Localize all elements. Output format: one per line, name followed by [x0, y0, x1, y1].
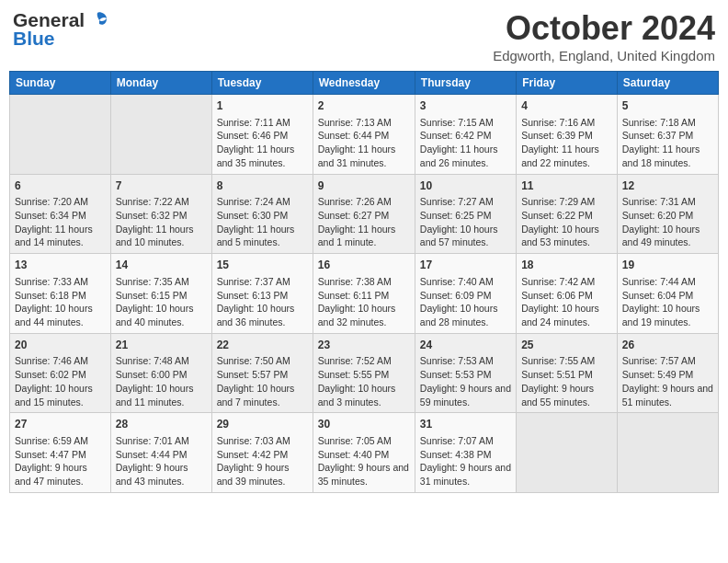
calendar-cell: 9Sunrise: 7:26 AMSunset: 6:27 PMDaylight… [313, 174, 415, 254]
calendar-cell: 18Sunrise: 7:42 AMSunset: 6:06 PMDayligh… [517, 254, 618, 334]
sunrise-text: Sunrise: 7:20 AM [15, 195, 106, 209]
sunrise-text: Sunrise: 7:37 AM [217, 275, 308, 289]
daylight-text: Daylight: 10 hours and 7 minutes. [217, 382, 308, 408]
sunrise-text: Sunrise: 7:40 AM [420, 275, 511, 289]
calendar-table: SundayMondayTuesdayWednesdayThursdayFrid… [9, 71, 719, 493]
day-number: 27 [15, 417, 106, 432]
sunrise-text: Sunrise: 7:16 AM [521, 116, 612, 130]
sunset-text: Sunset: 6:30 PM [217, 209, 308, 223]
calendar-cell [517, 413, 618, 493]
daylight-text: Daylight: 10 hours and 57 minutes. [420, 223, 511, 249]
sunrise-text: Sunrise: 7:42 AM [521, 275, 612, 289]
sunset-text: Sunset: 6:42 PM [420, 129, 511, 143]
daylight-text: Daylight: 9 hours and 59 minutes. [420, 382, 511, 408]
calendar-cell: 12Sunrise: 7:31 AMSunset: 6:20 PMDayligh… [617, 174, 718, 254]
sunrise-text: Sunrise: 7:57 AM [622, 354, 713, 368]
day-number: 31 [420, 417, 511, 432]
sunrise-text: Sunrise: 7:31 AM [622, 195, 713, 209]
calendar-cell: 27Sunrise: 6:59 AMSunset: 4:47 PMDayligh… [10, 413, 111, 493]
sunset-text: Sunset: 4:38 PM [420, 448, 511, 462]
day-number: 11 [521, 178, 612, 194]
sunset-text: Sunset: 5:49 PM [622, 368, 713, 382]
day-number: 28 [116, 417, 207, 432]
daylight-text: Daylight: 10 hours and 3 minutes. [318, 382, 410, 408]
calendar-cell: 24Sunrise: 7:53 AMSunset: 5:53 PMDayligh… [415, 333, 516, 413]
sunrise-text: Sunrise: 7:29 AM [521, 195, 612, 209]
daylight-text: Daylight: 11 hours and 10 minutes. [116, 223, 207, 249]
daylight-text: Daylight: 9 hours and 35 minutes. [318, 461, 410, 488]
sunset-text: Sunset: 6:37 PM [622, 129, 713, 143]
day-number: 22 [217, 338, 308, 353]
day-number: 23 [318, 338, 410, 353]
calendar-cell: 15Sunrise: 7:37 AMSunset: 6:13 PMDayligh… [211, 254, 313, 334]
calendar-cell: 22Sunrise: 7:50 AMSunset: 5:57 PMDayligh… [211, 333, 313, 413]
daylight-text: Daylight: 9 hours and 55 minutes. [521, 382, 612, 408]
sunrise-text: Sunrise: 7:07 AM [420, 434, 511, 448]
calendar-cell: 29Sunrise: 7:03 AMSunset: 4:42 PMDayligh… [211, 413, 313, 493]
day-number: 13 [15, 258, 106, 273]
sunrise-text: Sunrise: 7:35 AM [116, 275, 207, 289]
day-number: 3 [420, 98, 511, 114]
daylight-text: Daylight: 9 hours and 43 minutes. [116, 461, 207, 488]
sunrise-text: Sunrise: 7:44 AM [622, 275, 713, 289]
daylight-text: Daylight: 10 hours and 40 minutes. [116, 302, 207, 328]
day-number: 10 [420, 178, 511, 194]
daylight-text: Daylight: 11 hours and 5 minutes. [217, 223, 308, 249]
daylight-text: Daylight: 10 hours and 53 minutes. [521, 223, 612, 249]
daylight-text: Daylight: 10 hours and 32 minutes. [318, 302, 410, 328]
sunrise-text: Sunrise: 7:52 AM [318, 354, 410, 368]
sunrise-text: Sunrise: 7:05 AM [318, 434, 410, 448]
daylight-text: Daylight: 11 hours and 1 minute. [318, 223, 410, 249]
calendar-cell: 31Sunrise: 7:07 AMSunset: 4:38 PMDayligh… [415, 413, 516, 493]
day-number: 1 [217, 98, 308, 114]
sunrise-text: Sunrise: 7:13 AM [318, 116, 410, 130]
day-number: 15 [217, 258, 308, 273]
sunset-text: Sunset: 4:47 PM [15, 448, 106, 462]
sunrise-text: Sunrise: 7:46 AM [15, 354, 106, 368]
sunset-text: Sunset: 6:39 PM [521, 129, 612, 143]
sunrise-text: Sunrise: 7:15 AM [420, 116, 511, 130]
day-number: 18 [521, 258, 612, 273]
sunset-text: Sunset: 6:27 PM [318, 209, 410, 223]
day-number: 14 [116, 258, 207, 273]
daylight-text: Daylight: 10 hours and 24 minutes. [521, 302, 612, 328]
daylight-text: Daylight: 11 hours and 26 minutes. [420, 143, 511, 169]
calendar-week-row: 13Sunrise: 7:33 AMSunset: 6:18 PMDayligh… [10, 254, 719, 334]
sunset-text: Sunset: 5:55 PM [318, 368, 410, 382]
day-number: 12 [622, 178, 713, 194]
sunset-text: Sunset: 4:44 PM [116, 448, 207, 462]
daylight-text: Daylight: 10 hours and 11 minutes. [116, 382, 207, 408]
calendar-cell: 5Sunrise: 7:18 AMSunset: 6:37 PMDaylight… [617, 95, 718, 175]
day-number: 9 [318, 178, 410, 194]
day-number: 24 [420, 338, 511, 353]
calendar-cell: 25Sunrise: 7:55 AMSunset: 5:51 PMDayligh… [517, 333, 618, 413]
daylight-text: Daylight: 9 hours and 39 minutes. [217, 461, 308, 488]
daylight-text: Daylight: 11 hours and 14 minutes. [15, 223, 106, 249]
calendar-cell: 21Sunrise: 7:48 AMSunset: 6:00 PMDayligh… [110, 333, 211, 413]
title-area: October 2024 Edgworth, England, United K… [493, 9, 715, 63]
calendar-cell: 20Sunrise: 7:46 AMSunset: 6:02 PMDayligh… [10, 333, 111, 413]
sunset-text: Sunset: 6:11 PM [318, 289, 410, 303]
day-number: 19 [622, 258, 713, 273]
sunset-text: Sunset: 5:51 PM [521, 368, 612, 382]
day-header-tuesday: Tuesday [211, 72, 313, 95]
calendar-cell: 13Sunrise: 7:33 AMSunset: 6:18 PMDayligh… [10, 254, 111, 334]
sunrise-text: Sunrise: 7:24 AM [217, 195, 308, 209]
daylight-text: Daylight: 11 hours and 22 minutes. [521, 143, 612, 169]
calendar-cell: 16Sunrise: 7:38 AMSunset: 6:11 PMDayligh… [313, 254, 415, 334]
day-number: 4 [521, 98, 612, 114]
day-number: 2 [318, 98, 410, 114]
logo: General Blue [13, 9, 108, 50]
day-header-monday: Monday [110, 72, 211, 95]
daylight-text: Daylight: 11 hours and 18 minutes. [622, 143, 713, 169]
location: Edgworth, England, United Kingdom [493, 48, 715, 63]
day-header-wednesday: Wednesday [313, 72, 415, 95]
day-number: 5 [622, 98, 713, 114]
day-number: 21 [116, 338, 207, 353]
sunset-text: Sunset: 6:13 PM [217, 289, 308, 303]
daylight-text: Daylight: 10 hours and 49 minutes. [622, 223, 713, 249]
sunrise-text: Sunrise: 7:33 AM [15, 275, 106, 289]
daylight-text: Daylight: 10 hours and 36 minutes. [217, 302, 308, 328]
sunset-text: Sunset: 6:25 PM [420, 209, 511, 223]
calendar-cell: 11Sunrise: 7:29 AMSunset: 6:22 PMDayligh… [517, 174, 618, 254]
